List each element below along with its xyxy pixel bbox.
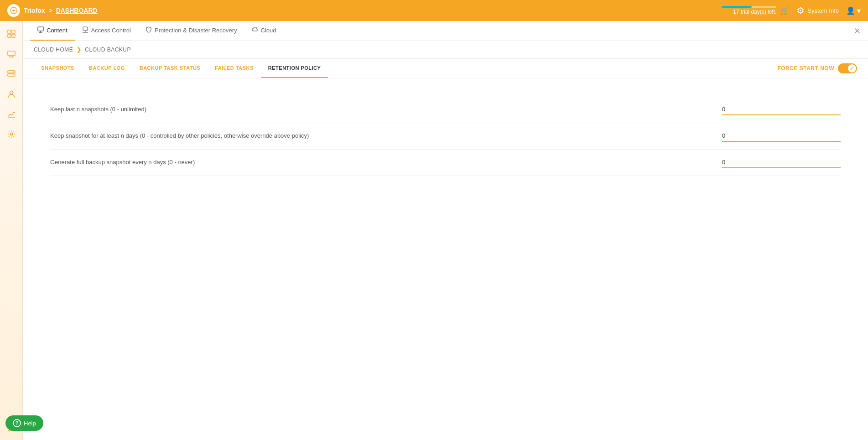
tab-access-control[interactable]: Access Control <box>75 21 138 41</box>
sub-tab-backup-task-status[interactable]: BACKUP TASK STATUS <box>132 59 208 78</box>
breadcrumb-separator: ❯ <box>77 47 81 53</box>
sidebar-item-reports[interactable] <box>2 105 21 123</box>
system-info-label: System Info <box>807 7 839 14</box>
policy-label-2: Keep snapshot for at least n days (0 - c… <box>50 132 711 140</box>
brand-separator: > <box>49 7 52 14</box>
policy-row-1: Keep last n snapshots (0 - unlimited) <box>50 97 841 123</box>
sidebar-item-devices[interactable] <box>2 45 21 63</box>
system-info-button[interactable]: ⚙ System Info <box>796 5 839 16</box>
sidebar-item-dashboard[interactable] <box>2 25 21 43</box>
sub-tab-backup-log[interactable]: BACKUP LOG <box>82 59 132 78</box>
help-button[interactable]: ? Help <box>5 415 43 431</box>
policy-label-3: Generate full backup snapshot every n da… <box>50 158 711 166</box>
trial-progress-bar <box>722 6 776 8</box>
trial-info: 17 trial day(s) left. 🛒 <box>722 6 789 15</box>
user-menu[interactable]: 👤 ▾ <box>846 6 861 15</box>
help-circle-icon: ? <box>13 419 21 427</box>
dashboard-link[interactable]: DASHBOARD <box>56 7 98 14</box>
tab-content[interactable]: Content <box>30 21 75 41</box>
policy-value-1 <box>722 104 841 115</box>
force-start-button[interactable]: FORCE START NOW ✓ <box>777 63 857 73</box>
toggle-switch[interactable]: ✓ <box>838 63 857 73</box>
top-header: Triofox > DASHBOARD 17 trial day(s) left… <box>0 0 868 21</box>
gear-icon: ⚙ <box>796 5 805 16</box>
content-tab-icon <box>37 26 44 34</box>
user-icon: 👤 <box>846 6 855 15</box>
close-button[interactable]: ✕ <box>854 27 861 35</box>
header-brand: Triofox > DASHBOARD <box>24 7 98 14</box>
svg-rect-4 <box>12 34 15 37</box>
main-layout: Content Access Control P <box>0 21 868 440</box>
tab-access-control-label: Access Control <box>91 27 131 34</box>
tab-cloud[interactable]: Cloud <box>244 21 284 41</box>
svg-rect-20 <box>83 27 88 31</box>
sidebar <box>0 21 23 440</box>
trial-progress-fill <box>722 6 752 8</box>
svg-point-13 <box>10 91 13 94</box>
content-area: Content Access Control P <box>23 21 868 440</box>
tab-cloud-label: Cloud <box>261 27 276 34</box>
sidebar-item-storage[interactable] <box>2 65 21 83</box>
svg-rect-5 <box>8 51 15 56</box>
svg-point-11 <box>13 72 14 72</box>
cart-icon[interactable]: 🛒 <box>780 6 789 15</box>
policy-value-2 <box>722 130 841 142</box>
breadcrumb-current: CLOUD BACKUP <box>85 47 131 53</box>
tab-content-label: Content <box>47 27 68 34</box>
help-label: Help <box>24 420 36 427</box>
tab-protection[interactable]: Protection & Disaster Recovery <box>138 21 244 41</box>
cloud-tab-icon <box>252 26 258 34</box>
sidebar-item-users[interactable] <box>2 85 21 103</box>
logo-icon <box>7 4 20 17</box>
policy-input-1[interactable] <box>722 104 841 115</box>
svg-rect-3 <box>8 34 11 37</box>
header-left: Triofox > DASHBOARD <box>7 4 98 17</box>
sub-tabs-row: SNAPSHOTS BACKUP LOG BACKUP TASK STATUS … <box>23 59 868 78</box>
sidebar-item-settings[interactable] <box>2 125 21 143</box>
tabs-row: Content Access Control P <box>23 21 868 41</box>
main-content: Keep last n snapshots (0 - unlimited) Ke… <box>23 78 868 440</box>
policy-input-2[interactable] <box>722 130 841 142</box>
access-control-tab-icon <box>82 26 88 34</box>
trial-bar-container: 17 trial day(s) left. <box>722 6 776 15</box>
user-dropdown-icon: ▾ <box>857 6 861 15</box>
svg-point-15 <box>10 133 12 135</box>
svg-rect-2 <box>12 30 15 33</box>
policy-row-2: Keep snapshot for at least n days (0 - c… <box>50 123 841 150</box>
policy-value-3 <box>722 157 841 168</box>
policy-label-1: Keep last n snapshots (0 - unlimited) <box>50 105 711 114</box>
svg-point-12 <box>13 75 14 76</box>
sub-tab-failed-tasks[interactable]: FAILED TASKS <box>208 59 261 78</box>
protection-tab-icon <box>146 26 152 34</box>
policy-input-3[interactable] <box>722 157 841 168</box>
force-start-label: FORCE START NOW <box>777 65 834 72</box>
header-right: 17 trial day(s) left. 🛒 ⚙ System Info 👤 … <box>722 5 861 16</box>
policy-row-3: Generate full backup snapshot every n da… <box>50 150 841 176</box>
tab-protection-label: Protection & Disaster Recovery <box>155 27 237 34</box>
sub-tab-snapshots[interactable]: SNAPSHOTS <box>34 59 82 78</box>
toggle-knob: ✓ <box>848 64 856 72</box>
sub-tab-retention-policy[interactable]: RETENTION POLICY <box>261 59 328 78</box>
breadcrumb-home[interactable]: CLOUD HOME <box>34 47 73 53</box>
svg-rect-1 <box>8 30 11 33</box>
brand-name: Triofox <box>24 7 45 14</box>
trial-text: 17 trial day(s) left. <box>733 9 776 15</box>
toggle-check-icon: ✓ <box>850 66 854 72</box>
breadcrumb: CLOUD HOME ❯ CLOUD BACKUP <box>23 41 868 59</box>
svg-rect-17 <box>38 27 43 31</box>
